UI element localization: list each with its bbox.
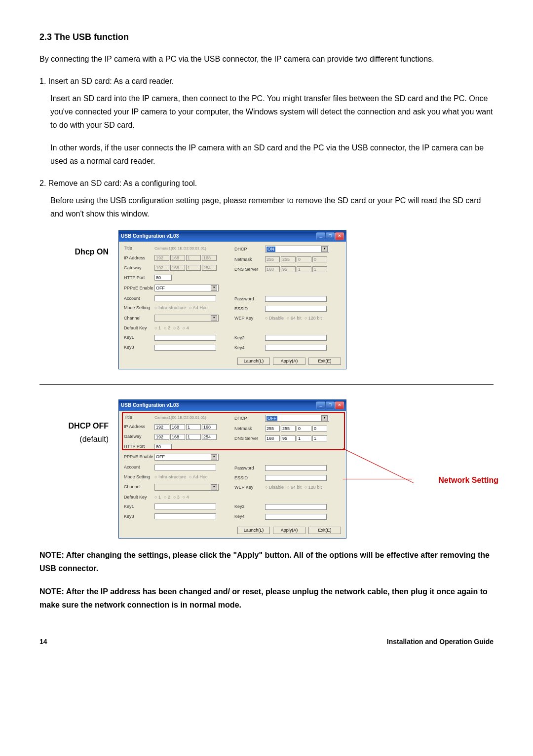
netmask-octet-3[interactable] <box>297 426 311 432</box>
gw-octet-2[interactable] <box>170 434 185 440</box>
ip-octet-2[interactable] <box>170 424 185 430</box>
label-password: Password <box>234 466 265 471</box>
ip-octet-1[interactable] <box>154 424 169 430</box>
netmask-octet-2[interactable] <box>281 256 296 262</box>
netmask-octet-1[interactable] <box>265 256 280 262</box>
pppoe-select[interactable]: OFF▾ <box>154 285 219 291</box>
defkey-radio-group[interactable]: 1234 <box>154 325 189 331</box>
dns-octet-4[interactable] <box>312 435 327 441</box>
key3-input[interactable] <box>154 345 216 351</box>
label-wepkey: WEP Key <box>234 485 265 490</box>
section-heading: 2.3 The USB function <box>39 30 494 45</box>
label-key1: Key1 <box>124 335 154 340</box>
gw-octet-3[interactable] <box>186 265 201 271</box>
gw-octet-4[interactable] <box>202 434 217 440</box>
dns-octet-3[interactable] <box>297 435 311 441</box>
netmask-octet-4[interactable] <box>312 256 327 262</box>
close-icon[interactable]: × <box>335 232 344 240</box>
label-title: Title <box>124 246 154 251</box>
dns-octet-2[interactable] <box>281 266 296 272</box>
channel-select[interactable]: ▾ <box>154 484 219 491</box>
account-input[interactable] <box>154 465 216 470</box>
key2-input[interactable] <box>265 504 327 510</box>
netmask-octet-2[interactable] <box>281 426 296 432</box>
label-key2: Key2 <box>234 335 265 341</box>
key1-input[interactable] <box>154 335 216 341</box>
apply-button[interactable]: Apply(A) <box>273 358 305 365</box>
channel-select[interactable]: ▾ <box>154 315 219 322</box>
key2-input[interactable] <box>265 335 327 341</box>
dns-octet-3[interactable] <box>297 266 311 272</box>
ip-octet-1[interactable] <box>154 255 169 261</box>
label-dhcp: DHCP <box>234 416 265 421</box>
label-key2: Key2 <box>234 504 265 509</box>
ip-octet-4[interactable] <box>202 255 217 261</box>
label-essid: ESSID <box>234 475 265 481</box>
label-dns: DNS Server <box>234 267 265 272</box>
netmask-octet-3[interactable] <box>297 256 311 262</box>
label-http: HTTP Port <box>124 275 154 281</box>
password-input[interactable] <box>265 465 327 471</box>
key4-input[interactable] <box>265 345 327 351</box>
launch-button[interactable]: Launch(L) <box>237 358 270 365</box>
dns-octet-4[interactable] <box>312 266 327 272</box>
netmask-octet-1[interactable] <box>265 426 280 432</box>
window-title: USB Configuration v1.03 <box>121 233 179 239</box>
key1-input[interactable] <box>154 504 216 509</box>
dhcp-select[interactable]: OFF▾ <box>265 415 329 422</box>
label-pppoe: PPPoE Enable <box>124 286 154 291</box>
mode-radio-group[interactable]: Infra-structureAd-Hoc <box>154 474 207 480</box>
key4-input[interactable] <box>265 514 327 520</box>
minimize-icon[interactable]: _ <box>316 401 325 409</box>
close-icon[interactable]: × <box>335 401 344 409</box>
gw-octet-3[interactable] <box>186 434 201 440</box>
label-dns: DNS Server <box>234 436 265 441</box>
gw-octet-1[interactable] <box>154 434 169 440</box>
netmask-octet-4[interactable] <box>312 426 327 432</box>
title-value: Camera1(00:1E:D2:00:01:01) <box>154 246 206 251</box>
maximize-icon[interactable]: □ <box>326 401 335 409</box>
dns-octet-2[interactable] <box>281 435 296 441</box>
gw-octet-4[interactable] <box>202 265 217 271</box>
label-key3: Key3 <box>124 514 154 519</box>
gw-octet-1[interactable] <box>154 265 169 271</box>
ip-octet-3[interactable] <box>186 424 201 430</box>
gw-octet-2[interactable] <box>170 265 185 271</box>
ip-octet-4[interactable] <box>202 424 217 430</box>
http-port-input[interactable] <box>154 275 172 281</box>
note-2: NOTE: After the IP address has been chan… <box>39 585 494 612</box>
exit-button[interactable]: Exit(E) <box>308 358 341 365</box>
defkey-radio-group[interactable]: 1234 <box>154 495 189 500</box>
ip-octet-3[interactable] <box>186 255 201 261</box>
usb-config-window-dhcp-on: USB Configuration v1.03 _ □ × TitleCamer… <box>118 230 346 369</box>
label-dhcp-on: Dhcp ON <box>39 245 114 258</box>
window-title: USB Configuration v1.03 <box>121 402 179 408</box>
maximize-icon[interactable]: □ <box>326 232 335 240</box>
key3-input[interactable] <box>154 513 216 519</box>
chevron-down-icon: ▾ <box>321 415 328 421</box>
ip-octet-2[interactable] <box>170 255 185 261</box>
mode-radio-group[interactable]: Infra-structureAd-Hoc <box>154 305 207 311</box>
note-1: NOTE: After changing the settings, pleas… <box>39 548 494 575</box>
launch-button[interactable]: Launch(L) <box>237 527 270 534</box>
account-input[interactable] <box>154 295 216 301</box>
label-dhcp-off: DHCP OFF <box>39 419 114 432</box>
essid-input[interactable] <box>265 306 327 312</box>
label-default: (default) <box>39 432 114 446</box>
wepkey-radio-group[interactable]: Disable64 bit128 bit <box>265 485 322 490</box>
label-defkey: Default Key <box>124 325 154 331</box>
pppoe-select[interactable]: OFF▾ <box>154 454 219 461</box>
dns-octet-1[interactable] <box>265 435 280 441</box>
password-input[interactable] <box>265 296 327 302</box>
label-channel: Channel <box>124 484 154 490</box>
list-item-1-body-1: Insert an SD card into the IP camera, th… <box>39 92 494 132</box>
http-port-input[interactable] <box>154 444 172 450</box>
wepkey-radio-group[interactable]: Disable64 bit128 bit <box>265 316 322 321</box>
chevron-down-icon: ▾ <box>321 246 328 252</box>
exit-button[interactable]: Exit(E) <box>308 527 341 534</box>
minimize-icon[interactable]: _ <box>316 232 325 240</box>
apply-button[interactable]: Apply(A) <box>273 527 305 534</box>
dhcp-select[interactable]: ON▾ <box>265 246 329 252</box>
dns-octet-1[interactable] <box>265 266 280 272</box>
essid-input[interactable] <box>265 475 327 481</box>
